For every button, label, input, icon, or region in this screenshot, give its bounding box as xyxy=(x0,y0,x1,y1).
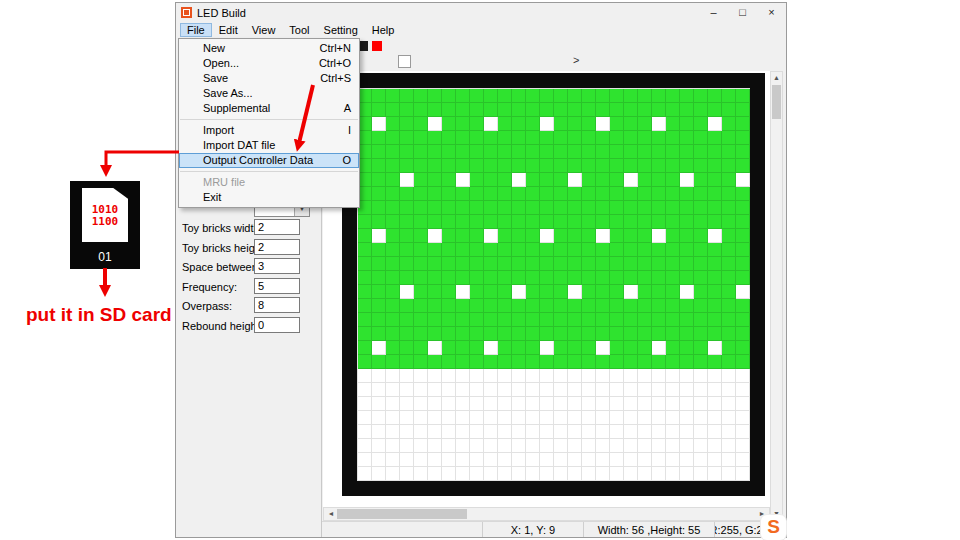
led-cell[interactable] xyxy=(372,383,386,397)
led-cell[interactable] xyxy=(456,425,470,439)
led-cell[interactable] xyxy=(512,103,526,117)
led-cell[interactable] xyxy=(372,229,386,243)
led-cell[interactable] xyxy=(470,257,484,271)
led-cell[interactable] xyxy=(442,89,456,103)
led-cell[interactable] xyxy=(470,215,484,229)
led-cell[interactable] xyxy=(414,299,428,313)
led-cell[interactable] xyxy=(400,425,414,439)
led-cell[interactable] xyxy=(358,229,372,243)
led-cell[interactable] xyxy=(582,467,596,481)
led-cell[interactable] xyxy=(568,411,582,425)
led-cell[interactable] xyxy=(484,257,498,271)
led-cell[interactable] xyxy=(470,397,484,411)
led-cell[interactable] xyxy=(568,439,582,453)
led-cell[interactable] xyxy=(624,355,638,369)
led-cell[interactable] xyxy=(456,117,470,131)
vertical-scroll-thumb[interactable] xyxy=(772,85,781,119)
led-cell[interactable] xyxy=(652,187,666,201)
led-cell[interactable] xyxy=(526,355,540,369)
led-cell[interactable] xyxy=(680,439,694,453)
led-cell[interactable] xyxy=(610,285,624,299)
led-cell[interactable] xyxy=(568,453,582,467)
led-cell[interactable] xyxy=(442,425,456,439)
led-cell[interactable] xyxy=(498,327,512,341)
led-cell[interactable] xyxy=(666,341,680,355)
led-cell[interactable] xyxy=(596,397,610,411)
led-cell[interactable] xyxy=(568,201,582,215)
led-cell[interactable] xyxy=(484,201,498,215)
led-cell[interactable] xyxy=(624,327,638,341)
led-cell[interactable] xyxy=(736,145,750,159)
led-cell[interactable] xyxy=(512,299,526,313)
led-cell[interactable] xyxy=(414,215,428,229)
led-cell[interactable] xyxy=(568,341,582,355)
led-cell[interactable] xyxy=(708,383,722,397)
led-cell[interactable] xyxy=(484,397,498,411)
led-cell[interactable] xyxy=(736,159,750,173)
led-cell[interactable] xyxy=(428,341,442,355)
led-cell[interactable] xyxy=(736,187,750,201)
led-cell[interactable] xyxy=(470,467,484,481)
led-cell[interactable] xyxy=(512,397,526,411)
led-cell[interactable] xyxy=(428,89,442,103)
led-cell[interactable] xyxy=(484,467,498,481)
led-cell[interactable] xyxy=(456,299,470,313)
led-cell[interactable] xyxy=(372,285,386,299)
led-cell[interactable] xyxy=(372,201,386,215)
led-cell[interactable] xyxy=(694,173,708,187)
led-cell[interactable] xyxy=(400,103,414,117)
led-cell[interactable] xyxy=(470,369,484,383)
led-cell[interactable] xyxy=(638,103,652,117)
led-cell[interactable] xyxy=(610,201,624,215)
led-cell[interactable] xyxy=(722,355,736,369)
led-cell[interactable] xyxy=(638,243,652,257)
led-cell[interactable] xyxy=(624,299,638,313)
led-cell[interactable] xyxy=(610,313,624,327)
led-cell[interactable] xyxy=(554,411,568,425)
led-cell[interactable] xyxy=(484,215,498,229)
led-cell[interactable] xyxy=(694,271,708,285)
led-cell[interactable] xyxy=(484,159,498,173)
led-cell[interactable] xyxy=(736,425,750,439)
led-cell[interactable] xyxy=(526,425,540,439)
led-cell[interactable] xyxy=(610,369,624,383)
led-cell[interactable] xyxy=(456,439,470,453)
led-cell[interactable] xyxy=(358,355,372,369)
led-cell[interactable] xyxy=(554,159,568,173)
led-cell[interactable] xyxy=(526,89,540,103)
led-cell[interactable] xyxy=(372,411,386,425)
led-cell[interactable] xyxy=(470,229,484,243)
led-cell[interactable] xyxy=(484,229,498,243)
led-cell[interactable] xyxy=(428,397,442,411)
led-cell[interactable] xyxy=(386,383,400,397)
led-cell[interactable] xyxy=(596,327,610,341)
led-cell[interactable] xyxy=(428,369,442,383)
led-cell[interactable] xyxy=(694,117,708,131)
led-cell[interactable] xyxy=(498,467,512,481)
led-cell[interactable] xyxy=(666,243,680,257)
led-cell[interactable] xyxy=(596,131,610,145)
led-cell[interactable] xyxy=(428,439,442,453)
led-cell[interactable] xyxy=(498,243,512,257)
led-cell[interactable] xyxy=(652,453,666,467)
led-cell[interactable] xyxy=(596,159,610,173)
led-cell[interactable] xyxy=(414,313,428,327)
led-cell[interactable] xyxy=(540,201,554,215)
led-cell[interactable] xyxy=(554,187,568,201)
led-cell[interactable] xyxy=(512,285,526,299)
led-cell[interactable] xyxy=(414,201,428,215)
led-cell[interactable] xyxy=(540,383,554,397)
led-cell[interactable] xyxy=(358,103,372,117)
led-cell[interactable] xyxy=(666,313,680,327)
led-cell[interactable] xyxy=(554,215,568,229)
led-cell[interactable] xyxy=(582,145,596,159)
led-cell[interactable] xyxy=(708,411,722,425)
led-cell[interactable] xyxy=(554,285,568,299)
led-cell[interactable] xyxy=(358,341,372,355)
led-cell[interactable] xyxy=(498,145,512,159)
led-cell[interactable] xyxy=(400,145,414,159)
led-cell[interactable] xyxy=(624,257,638,271)
led-cell[interactable] xyxy=(666,257,680,271)
led-cell[interactable] xyxy=(512,425,526,439)
led-cell[interactable] xyxy=(428,383,442,397)
